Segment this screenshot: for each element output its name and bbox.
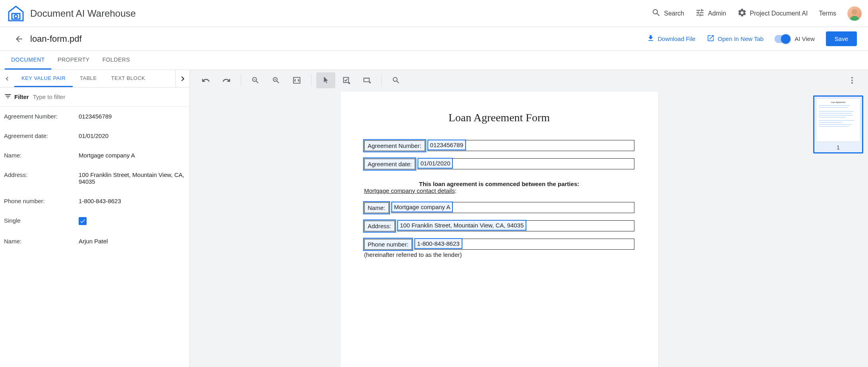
kv-key: Phone number: <box>4 198 79 204</box>
tab-property[interactable]: PROPERTY <box>51 51 96 70</box>
kv-key: Agreement Number: <box>4 113 79 120</box>
warehouse-icon <box>6 4 25 23</box>
kv-key: Name: <box>4 238 79 245</box>
field-line: 0123456789 <box>427 140 634 151</box>
kv-key: Agreement date: <box>4 132 79 139</box>
field-label[interactable]: Address: <box>364 221 395 231</box>
user-avatar[interactable] <box>847 6 862 21</box>
field-value[interactable]: Mortgage company A <box>392 203 452 211</box>
top-bar: Document AI Warehouse Search Admin Proje… <box>0 0 868 27</box>
kv-key: Single <box>4 217 79 225</box>
hereinafter-text: (hereinafter referred to as the lender) <box>364 251 634 258</box>
kv-row[interactable]: Name:Arjun Patel <box>0 231 189 251</box>
save-button[interactable]: Save <box>826 31 857 46</box>
field-label[interactable]: Name: <box>364 202 389 213</box>
page-heading: Loan Agreement Form <box>364 111 634 124</box>
document-page[interactable]: Loan Agreement Form Agreement Number: 01… <box>340 91 658 367</box>
contact-heading: Mortgage company contact details <box>364 187 455 194</box>
kv-key: Address: <box>4 171 79 185</box>
project-label: Project Document AI <box>750 10 808 17</box>
more-menu-button[interactable] <box>843 72 862 88</box>
admin-button[interactable]: Admin <box>695 8 726 19</box>
field-label[interactable]: Agreement date: <box>364 159 416 169</box>
primary-tabs: DOCUMENT PROPERTY FOLDERS <box>0 51 868 70</box>
admin-label: Admin <box>708 10 726 17</box>
kv-value: 01/01/2020 <box>79 132 186 139</box>
field-label[interactable]: Phone number: <box>364 239 412 250</box>
thumbnail-page-number: 1 <box>816 144 860 151</box>
download-button[interactable]: Download File <box>647 34 696 43</box>
subtab-table[interactable]: TABLE <box>73 70 104 87</box>
terms-label: Terms <box>819 10 836 17</box>
kv-value: Arjun Patel <box>79 238 186 245</box>
tab-folders[interactable]: FOLDERS <box>96 51 137 70</box>
search-label: Search <box>664 10 684 17</box>
filter-row: Filter <box>0 87 189 107</box>
search-tool-button[interactable] <box>387 72 406 88</box>
sidebar: KEY VALUE PAIR TABLE TEXT BLOCK Filter A… <box>0 70 190 367</box>
app-logo[interactable]: Document AI Warehouse <box>6 4 136 23</box>
parties-line: This loan agreement is commenced between… <box>364 181 634 187</box>
svg-point-2 <box>852 9 857 15</box>
search-icon <box>651 8 661 19</box>
svg-point-1 <box>14 15 17 18</box>
app-title: Document AI Warehouse <box>30 8 136 19</box>
redo-button[interactable] <box>217 72 236 88</box>
field-line: Mortgage company A <box>391 202 634 213</box>
kv-value: 0123456789 <box>79 113 186 120</box>
viewer-toolbar <box>190 70 868 91</box>
zoom-in-button[interactable] <box>267 72 286 88</box>
select-tool-button[interactable] <box>316 72 335 88</box>
rect-tool-button[interactable] <box>358 72 377 88</box>
field-label[interactable]: Agreement Number: <box>364 140 425 151</box>
search-button[interactable]: Search <box>651 8 684 19</box>
kv-key: Name: <box>4 152 79 159</box>
project-button[interactable]: Project Document AI <box>737 8 808 19</box>
filter-icon <box>4 92 12 101</box>
zoom-out-button[interactable] <box>246 72 265 88</box>
field-line: 100 Franklin Street, Mountain View, CA, … <box>397 220 634 231</box>
tab-document[interactable]: DOCUMENT <box>5 51 51 70</box>
back-button[interactable] <box>11 31 27 47</box>
subtab-text-block[interactable]: TEXT BLOCK <box>104 70 153 87</box>
kv-row[interactable]: Agreement Number:0123456789 <box>0 107 189 126</box>
kv-row[interactable]: Single <box>0 211 189 231</box>
subtab-prev[interactable] <box>0 70 14 87</box>
field-line: 01/01/2020 <box>418 158 634 169</box>
kv-value: 100 Franklin Street, Mountain View, CA, … <box>79 171 186 185</box>
document-title: loan-form.pdf <box>30 34 82 44</box>
terms-link[interactable]: Terms <box>819 10 836 17</box>
subtabs: KEY VALUE PAIR TABLE TEXT BLOCK <box>0 70 189 87</box>
kv-list: Agreement Number:0123456789Agreement dat… <box>0 107 189 367</box>
kv-row[interactable]: Agreement date:01/01/2020 <box>0 126 189 146</box>
field-value[interactable]: 01/01/2020 <box>419 159 452 167</box>
subtab-next[interactable] <box>175 70 189 87</box>
field-value[interactable]: 1-800-843-8623 <box>416 239 461 248</box>
document-viewer: Loan Agreement Form Agreement Number: 01… <box>190 70 868 367</box>
open-new-tab-icon <box>707 34 715 43</box>
thumbnail-panel: Loan Agreement 1 <box>808 91 868 367</box>
kv-value <box>79 217 186 225</box>
open-new-tab-button[interactable]: Open In New Tab <box>707 34 764 43</box>
ai-view-toggle[interactable] <box>775 35 791 43</box>
field-line: 1-800-843-8623 <box>414 239 634 250</box>
checkbox-tool-button[interactable] <box>337 72 356 88</box>
code-view-button[interactable] <box>287 72 306 88</box>
gear-icon <box>737 8 747 19</box>
filter-input[interactable] <box>33 93 186 100</box>
kv-row[interactable]: Address:100 Franklin Street, Mountain Vi… <box>0 165 189 191</box>
kv-value: Mortgage company A <box>79 152 186 159</box>
undo-button[interactable] <box>196 72 215 88</box>
subtab-key-value-pair[interactable]: KEY VALUE PAIR <box>14 70 73 87</box>
svg-point-4 <box>851 80 853 81</box>
thumbnail-page-1[interactable]: Loan Agreement 1 <box>813 95 863 153</box>
svg-point-5 <box>851 82 853 84</box>
download-label: Download File <box>658 35 696 42</box>
field-value[interactable]: 100 Franklin Street, Mountain View, CA, … <box>398 221 526 229</box>
field-value[interactable]: 0123456789 <box>429 141 465 149</box>
kv-row[interactable]: Name:Mortgage company A <box>0 146 189 165</box>
open-new-tab-label: Open In New Tab <box>718 35 764 42</box>
filter-label: Filter <box>14 93 29 100</box>
document-bar: loan-form.pdf Download File Open In New … <box>0 27 868 51</box>
kv-row[interactable]: Phone number:1-800-843-8623 <box>0 191 189 211</box>
